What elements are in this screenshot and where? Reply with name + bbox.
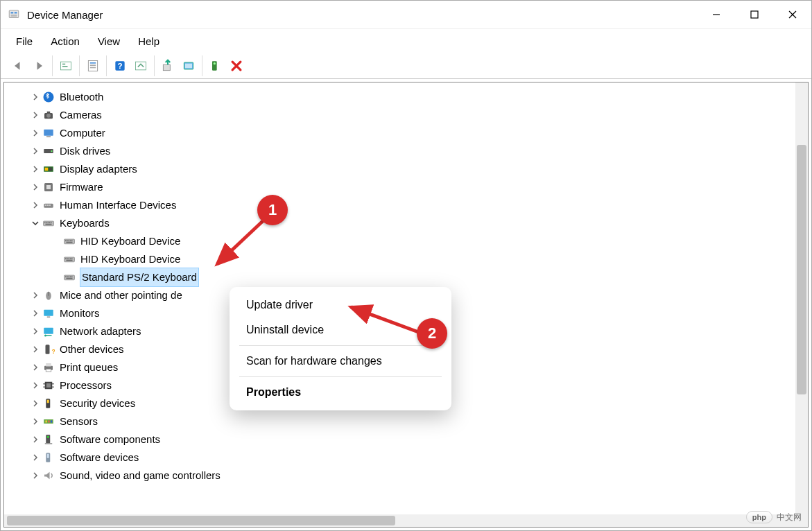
tree-item-sound[interactable]: Sound, video and game controllers bbox=[10, 467, 808, 485]
svg-rect-42 bbox=[46, 223, 47, 224]
chevron-right-icon[interactable] bbox=[29, 400, 42, 407]
svg-rect-9 bbox=[62, 64, 65, 65]
network-icon bbox=[42, 325, 55, 338]
svg-rect-12 bbox=[90, 62, 96, 64]
svg-rect-86 bbox=[47, 400, 49, 403]
tree-item-label: Human Interface Devices bbox=[60, 196, 176, 214]
chevron-right-icon[interactable] bbox=[29, 112, 42, 119]
svg-rect-71 bbox=[47, 317, 51, 318]
chevron-down-icon[interactable] bbox=[29, 220, 42, 227]
svg-rect-52 bbox=[71, 241, 73, 242]
chevron-right-icon[interactable] bbox=[29, 346, 42, 353]
vertical-scrollbar[interactable] bbox=[795, 82, 808, 527]
chevron-right-icon[interactable] bbox=[29, 202, 42, 209]
tree-item-bluetooth[interactable]: Bluetooth bbox=[10, 88, 808, 106]
uninstall-device-button[interactable] bbox=[226, 56, 247, 76]
chevron-right-icon[interactable] bbox=[29, 328, 42, 335]
context-menu: Update driver Uninstall device Scan for … bbox=[230, 287, 451, 410]
svg-point-23 bbox=[44, 92, 54, 103]
svg-rect-1 bbox=[11, 12, 14, 13]
chevron-right-icon[interactable] bbox=[29, 472, 42, 479]
chevron-right-icon[interactable] bbox=[29, 310, 42, 317]
tree-item-keyboard[interactable]: Keyboards bbox=[10, 214, 808, 232]
context-separator bbox=[239, 345, 442, 346]
svg-rect-80 bbox=[46, 383, 51, 388]
svg-rect-64 bbox=[69, 277, 70, 278]
tree-item-firmware[interactable]: Firmware bbox=[10, 178, 808, 196]
chevron-right-icon[interactable] bbox=[29, 436, 42, 443]
tree-item-camera[interactable]: Cameras bbox=[10, 106, 808, 124]
sound-icon bbox=[42, 469, 55, 482]
bluetooth-icon bbox=[42, 91, 55, 103]
chevron-right-icon[interactable] bbox=[29, 166, 42, 173]
security-icon bbox=[42, 397, 55, 410]
minimize-button[interactable] bbox=[697, 1, 735, 28]
tree-item-software-component[interactable]: Software components bbox=[10, 430, 808, 449]
svg-rect-57 bbox=[69, 259, 70, 260]
enable-device-button[interactable] bbox=[205, 56, 226, 76]
help-button[interactable]: ? bbox=[110, 56, 130, 76]
tree-item-keyboard[interactable]: HID Keyboard Device bbox=[10, 232, 808, 250]
window-title: Device Manager bbox=[27, 9, 103, 21]
titlebar: Device Manager bbox=[1, 1, 811, 29]
svg-rect-17 bbox=[136, 62, 146, 70]
update-driver-button[interactable] bbox=[157, 56, 178, 76]
svg-rect-48 bbox=[65, 241, 67, 242]
close-button[interactable] bbox=[773, 1, 811, 28]
svg-rect-95 bbox=[47, 454, 49, 458]
chevron-right-icon[interactable] bbox=[29, 184, 42, 191]
svg-rect-40 bbox=[44, 221, 54, 226]
nav-forward-button[interactable] bbox=[28, 56, 49, 76]
svg-rect-78 bbox=[46, 369, 51, 372]
menu-file[interactable]: File bbox=[8, 33, 41, 49]
app-icon bbox=[8, 8, 20, 21]
show-hidden-button[interactable] bbox=[55, 56, 76, 76]
chevron-right-icon[interactable] bbox=[29, 94, 42, 101]
annotation-step-1: 1 bbox=[257, 195, 288, 225]
chevron-right-icon[interactable] bbox=[29, 364, 42, 371]
tree-item-label: Cameras bbox=[60, 106, 102, 124]
disable-device-button[interactable] bbox=[178, 56, 199, 76]
nav-back-button[interactable] bbox=[8, 56, 28, 76]
context-properties[interactable]: Properties bbox=[230, 380, 451, 405]
svg-rect-18 bbox=[163, 64, 170, 70]
tree-item-disk[interactable]: Disk drives bbox=[10, 142, 808, 160]
tree-item-label: Standard PS/2 Keyboard bbox=[80, 268, 198, 286]
chevron-right-icon[interactable] bbox=[29, 454, 42, 461]
chevron-right-icon[interactable] bbox=[29, 292, 42, 299]
chevron-right-icon[interactable] bbox=[29, 382, 42, 389]
horizontal-scrollbar[interactable] bbox=[4, 514, 808, 527]
maximize-button[interactable] bbox=[735, 1, 773, 28]
tree-item-label: Sound, video and game controllers bbox=[60, 467, 221, 485]
svg-rect-77 bbox=[46, 363, 51, 367]
svg-rect-44 bbox=[49, 223, 51, 224]
svg-rect-39 bbox=[49, 204, 51, 206]
tree-item-computer[interactable]: Computer bbox=[10, 124, 808, 142]
svg-rect-65 bbox=[70, 277, 71, 278]
tree-item-keyboard[interactable]: HID Keyboard Device bbox=[10, 250, 808, 268]
chevron-right-icon[interactable] bbox=[29, 148, 42, 155]
tree-item-label: Display adapters bbox=[60, 160, 137, 178]
svg-rect-55 bbox=[65, 259, 67, 260]
menu-view[interactable]: View bbox=[89, 33, 128, 49]
tree-item-hid[interactable]: Human Interface Devices bbox=[10, 196, 808, 214]
tree-item-sensor[interactable]: Sensors bbox=[10, 412, 808, 430]
scrollbar-thumb-h[interactable] bbox=[7, 516, 395, 525]
context-scan-hardware[interactable]: Scan for hardware changes bbox=[230, 349, 451, 374]
tree-item-software-device[interactable]: Software devices bbox=[10, 449, 808, 467]
menu-help[interactable]: Help bbox=[130, 33, 168, 49]
properties-button[interactable] bbox=[83, 56, 103, 76]
scrollbar-thumb[interactable] bbox=[797, 145, 806, 394]
menu-action[interactable]: Action bbox=[42, 33, 88, 49]
scan-hardware-button[interactable] bbox=[130, 56, 151, 76]
tree-item-keyboard[interactable]: Standard PS/2 Keyboard bbox=[10, 268, 808, 286]
annotation-step-2: 2 bbox=[417, 318, 447, 349]
software-device-icon bbox=[42, 451, 55, 464]
tree-item-display-adapter[interactable]: Display adapters bbox=[10, 160, 808, 178]
chevron-right-icon[interactable] bbox=[29, 418, 42, 425]
menubar: File Action View Help bbox=[1, 29, 811, 53]
tree-item-label: Security devices bbox=[60, 394, 135, 412]
watermark: php 中文网 bbox=[746, 511, 802, 523]
context-update-driver[interactable]: Update driver bbox=[230, 293, 451, 317]
chevron-right-icon[interactable] bbox=[29, 130, 42, 137]
